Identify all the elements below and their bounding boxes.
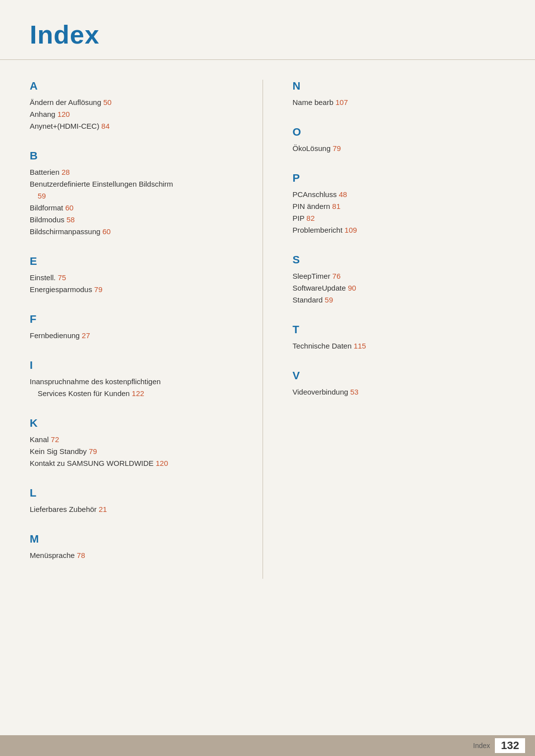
section-k: K Kanal 72 Kein Sig Standby 79 Kontakt z… bbox=[30, 417, 243, 469]
letter-s: S bbox=[293, 253, 506, 266]
page-title: Index bbox=[30, 20, 505, 50]
section-n: N Name bearb 107 bbox=[293, 80, 506, 108]
letter-m: M bbox=[30, 533, 243, 546]
letter-n: N bbox=[293, 80, 506, 93]
letter-o: O bbox=[293, 126, 506, 139]
list-item: Problembericht 109 bbox=[293, 224, 506, 236]
list-item: Standard 59 bbox=[293, 294, 506, 306]
letter-l: L bbox=[30, 487, 243, 500]
section-t: T Technische Daten 115 bbox=[293, 323, 506, 352]
list-item: Name bearb 107 bbox=[293, 97, 506, 108]
list-item: PIN ändern 81 bbox=[293, 201, 506, 212]
list-item: PIP 82 bbox=[293, 212, 506, 224]
list-item: Benutzerdefinierte Einstellungen Bildsch… bbox=[30, 178, 243, 190]
list-item: Videoverbindung 53 bbox=[293, 386, 506, 398]
list-item: Batterien 28 bbox=[30, 166, 243, 178]
list-item: Kanal 72 bbox=[30, 434, 243, 446]
page-container: Index A Ändern der Auflösung 50 Anhang 1… bbox=[0, 0, 535, 756]
list-item: Bildmodus 58 bbox=[30, 214, 243, 226]
list-item: Bildschirmanpassung 60 bbox=[30, 226, 243, 238]
section-v: V Videoverbindung 53 bbox=[293, 369, 506, 398]
section-e: E Einstell. 75 Energiesparmodus 79 bbox=[30, 255, 243, 296]
list-item: SleepTimer 76 bbox=[293, 270, 506, 282]
letter-e: E bbox=[30, 255, 243, 268]
list-item: Einstell. 75 bbox=[30, 272, 243, 284]
letter-v: V bbox=[293, 369, 506, 382]
left-column: A Ändern der Auflösung 50 Anhang 120 Any… bbox=[30, 80, 263, 579]
letter-f: F bbox=[30, 313, 243, 326]
section-p: P PCAnschluss 48 PIN ändern 81 PIP 82 Pr… bbox=[293, 172, 506, 236]
list-item: Bildformat 60 bbox=[30, 202, 243, 214]
letter-a: A bbox=[30, 80, 243, 93]
list-item: SoftwareUpdate 90 bbox=[293, 282, 506, 294]
list-item: ÖkoLösung 79 bbox=[293, 143, 506, 154]
letter-i: I bbox=[30, 359, 243, 372]
section-f: F Fernbedienung 27 bbox=[30, 313, 243, 342]
section-a: A Ändern der Auflösung 50 Anhang 120 Any… bbox=[30, 80, 243, 132]
letter-b: B bbox=[30, 150, 243, 162]
section-o: O ÖkoLösung 79 bbox=[293, 126, 506, 154]
section-m: M Menüsprache 78 bbox=[30, 533, 243, 561]
footer-label: Index bbox=[473, 742, 490, 750]
list-item: Energiesparmodus 79 bbox=[30, 284, 243, 296]
section-s: S SleepTimer 76 SoftwareUpdate 90 Standa… bbox=[293, 253, 506, 306]
content-area: A Ändern der Auflösung 50 Anhang 120 Any… bbox=[0, 80, 535, 579]
list-item: Inanspruchnahme des kostenpflichtigen bbox=[30, 376, 243, 388]
list-item: Anhang 120 bbox=[30, 108, 243, 120]
list-item: Lieferbares Zubehör 21 bbox=[30, 504, 243, 515]
list-item: Ändern der Auflösung 50 bbox=[30, 97, 243, 108]
section-l: L Lieferbares Zubehör 21 bbox=[30, 487, 243, 515]
list-item: Menüsprache 78 bbox=[30, 550, 243, 561]
list-item: Services Kosten für Kunden 122 bbox=[30, 388, 243, 400]
letter-t: T bbox=[293, 323, 506, 336]
list-item: Technische Daten 115 bbox=[293, 340, 506, 352]
header-section: Index bbox=[0, 0, 535, 60]
list-item: 59 bbox=[30, 190, 243, 202]
list-item: Kontakt zu SAMSUNG WORLDWIDE 120 bbox=[30, 457, 243, 469]
section-i: I Inanspruchnahme des kostenpflichtigen … bbox=[30, 359, 243, 400]
letter-k: K bbox=[30, 417, 243, 430]
list-item: Fernbedienung 27 bbox=[30, 330, 243, 342]
footer-bar: Index 132 bbox=[0, 735, 535, 756]
list-item: Kein Sig Standby 79 bbox=[30, 446, 243, 457]
footer-page-number: 132 bbox=[495, 738, 525, 753]
section-b: B Batterien 28 Benutzerdefinierte Einste… bbox=[30, 150, 243, 238]
right-column: N Name bearb 107 O ÖkoLösung 79 P PCAnsc… bbox=[263, 80, 506, 579]
list-item: PCAnschluss 48 bbox=[293, 189, 506, 201]
letter-p: P bbox=[293, 172, 506, 185]
list-item: Anynet+(HDMI-CEC) 84 bbox=[30, 120, 243, 132]
